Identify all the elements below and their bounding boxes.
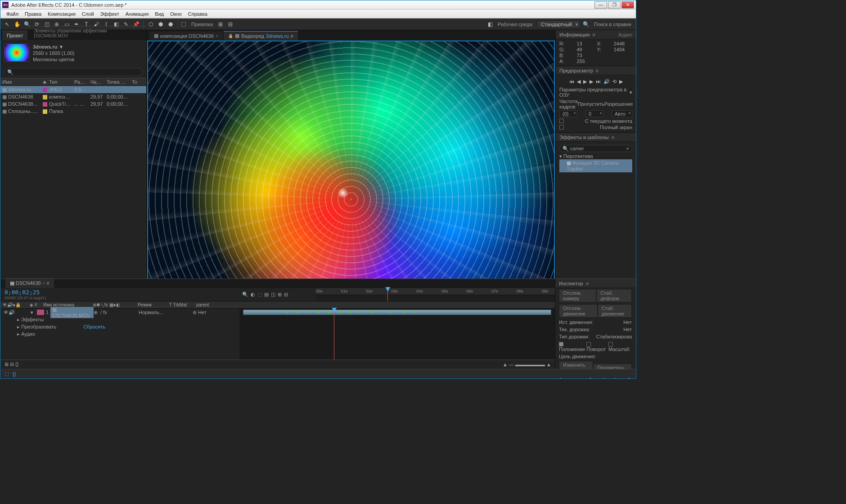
tl-opt2-icon[interactable]: ⬚ <box>257 292 262 297</box>
help-search[interactable]: Поиск в справке <box>592 22 633 27</box>
preview-panel-tab[interactable]: Предпросмотр <box>559 68 593 73</box>
from-current-checkbox[interactable] <box>559 119 564 123</box>
scale-checkbox[interactable] <box>608 342 613 346</box>
project-item[interactable]: ▦ Сплошны...вкиПапка <box>0 108 146 115</box>
tab-effect-controls[interactable]: Элементы управления эффектами DSCN4638.M… <box>29 26 146 40</box>
ram-preview-label[interactable]: Параметры предпросмотра в ОЗУ <box>559 87 630 98</box>
rotation-checkbox[interactable] <box>586 342 591 346</box>
keyframe-marker[interactable] <box>372 310 373 313</box>
playhead[interactable] <box>387 288 388 301</box>
minimize-button[interactable]: — <box>594 1 607 9</box>
menu-layer[interactable]: Слой <box>79 11 97 17</box>
prev-frame-icon[interactable]: ◀ <box>577 79 580 85</box>
col-name[interactable]: Имя <box>0 79 41 85</box>
ram-preview-icon[interactable]: ▶ <box>619 79 623 85</box>
next-frame-icon[interactable]: ▶ <box>590 79 593 85</box>
resolution-dropdown[interactable]: Авто <box>612 110 632 117</box>
effect-item[interactable]: ▦ Функция 3D Camera Tracker <box>559 159 632 172</box>
audio-panel-tab[interactable]: Аудио <box>618 32 632 37</box>
menu-help[interactable]: Справка <box>185 11 211 17</box>
project-item[interactable]: ▦ DSCN4638.MOVQuickTime... МБ29,970;00;0… <box>0 100 146 108</box>
current-track-dropdown[interactable]: Нет <box>623 327 632 332</box>
col-out[interactable]: То <box>130 79 139 85</box>
panel-menu-icon[interactable]: ≡ <box>291 33 293 39</box>
keyframe-marker[interactable] <box>359 310 360 313</box>
world-axis-icon[interactable]: ⬢ <box>157 20 165 28</box>
footage-link[interactable]: 3dnews.ru <box>266 33 289 39</box>
loop-icon[interactable]: ⟲ <box>612 79 616 85</box>
snap-opt2-icon[interactable]: ⊟ <box>226 20 234 28</box>
track-motion-button[interactable]: Отслеж. движение <box>559 304 598 318</box>
comp-tab-1[interactable]: ▦ композиция DSCN4638 × <box>149 32 223 40</box>
menu-animation[interactable]: Анимация <box>122 11 152 17</box>
tl-opt4-icon[interactable]: ◫ <box>271 292 275 297</box>
project-item[interactable]: ▦ 3dnews.ruJPEG2,6 МБ <box>0 86 146 93</box>
info-panel-tab[interactable]: Информация <box>559 32 590 37</box>
menu-file[interactable]: Файл <box>3 11 22 17</box>
status-icon-2[interactable]: {} <box>13 371 16 377</box>
snap-checkbox[interactable] <box>181 22 186 27</box>
effects-group[interactable]: ▾ Перспектива <box>559 153 632 159</box>
keyframe-marker[interactable] <box>350 310 351 313</box>
panel-menu-icon[interactable]: ≡ <box>596 68 598 73</box>
keyframe-marker[interactable] <box>318 310 320 313</box>
workspace-dropdown[interactable]: Стандартный <box>537 20 580 28</box>
col-fps[interactable]: Часто... <box>89 79 105 85</box>
clear-search-icon[interactable]: × <box>626 146 629 151</box>
selection-tool-icon[interactable]: ↖ <box>3 20 11 28</box>
goto-start-icon[interactable]: ⏮ <box>569 79 574 85</box>
play-icon[interactable]: ▶ <box>583 79 587 85</box>
motion-source-dropdown[interactable]: Нет <box>623 320 632 325</box>
panel-menu-icon[interactable]: ≡ <box>586 281 589 286</box>
tl-opt6-icon[interactable]: ⊟ <box>284 292 288 297</box>
keyframe-marker[interactable] <box>287 310 288 313</box>
search-icon[interactable]: 🔍 <box>582 20 590 28</box>
zoom-slider[interactable]: ▲ — ▬▬▬▬▬▬ ▲ <box>503 362 551 367</box>
menu-view[interactable]: Вид <box>152 11 167 17</box>
tl-opt3-icon[interactable]: ▤ <box>264 292 269 297</box>
track-camera-button[interactable]: Отслеж. камеру <box>559 289 596 302</box>
stab-warp-button[interactable]: Стаб. деформ. <box>596 289 632 302</box>
blend-mode-dropdown[interactable]: Нормаль... <box>139 310 166 315</box>
menu-edit[interactable]: Правка <box>22 11 45 17</box>
timeline-track-area[interactable] <box>239 309 555 360</box>
layer-row[interactable]: 👁🔊 ▾ 1 ▦ DSCN4638.MOV ⊕ / fx Нормаль... … <box>1 309 239 316</box>
project-search-input[interactable]: 🔍 <box>4 68 143 76</box>
keyframe-marker[interactable] <box>309 310 310 313</box>
snap-opt1-icon[interactable]: ⊞ <box>216 20 225 28</box>
search-toggle-icon[interactable]: ◧ <box>486 20 494 28</box>
col-label-icon[interactable]: ◈ <box>41 79 47 85</box>
keyframe-marker[interactable] <box>296 310 297 313</box>
status-icon-1[interactable]: ⬚ <box>4 371 9 377</box>
fullscreen-checkbox[interactable] <box>559 125 564 130</box>
position-checkbox[interactable] <box>559 342 563 346</box>
layer-prop-effects[interactable]: ▸ Эффекты <box>1 316 239 323</box>
layer-prop-transform[interactable]: ▸ ПреобразоватьСбросить <box>1 323 239 330</box>
tl-opt5-icon[interactable]: ⊞ <box>278 292 282 297</box>
menu-effect[interactable]: Эффект <box>97 11 122 17</box>
goto-end-icon[interactable]: ⏭ <box>596 79 601 85</box>
keyframe-marker[interactable] <box>340 310 342 313</box>
col-size[interactable]: Размер <box>72 79 89 85</box>
keyframe-marker[interactable] <box>413 310 414 313</box>
stab-motion-button[interactable]: Стаб. движение <box>598 304 632 318</box>
tl-search-icon[interactable]: 🔍 <box>242 292 248 297</box>
col-type[interactable]: Тип <box>47 79 72 85</box>
close-button[interactable]: ✕ <box>621 1 634 9</box>
layer-prop-audio[interactable]: ▸ Аудио <box>1 330 239 338</box>
keyframe-marker[interactable] <box>328 310 329 313</box>
comp-tab-2[interactable]: 🔒 ▦ Видеоряд 3dnews.ru ≡ <box>224 31 298 40</box>
timeline-tab[interactable]: ▦ DSCN4638 × ≡ <box>5 278 54 288</box>
project-item[interactable]: ▦ DSCN4638композиц...29,970;00;00;00 <box>0 93 146 100</box>
panel-menu-icon[interactable]: ≡ <box>592 32 595 37</box>
menu-composition[interactable]: Композиция <box>45 11 79 17</box>
parent-dropdown[interactable]: Нет <box>198 310 207 315</box>
tracker-panel-tab[interactable]: Инспектор <box>559 281 583 286</box>
maximize-button[interactable]: ❐ <box>608 1 621 9</box>
hand-tool-icon[interactable]: ✋ <box>13 20 21 28</box>
mute-icon[interactable]: 🔊 <box>603 79 610 85</box>
col-in[interactable]: Точка входа <box>105 79 130 85</box>
tab-project[interactable]: Проект <box>2 31 27 40</box>
effects-panel-tab[interactable]: Эффекты и шаблоны <box>559 135 609 140</box>
time-ruler[interactable]: 00s01s02s03s04s05s06s07s08s09s <box>316 288 555 295</box>
